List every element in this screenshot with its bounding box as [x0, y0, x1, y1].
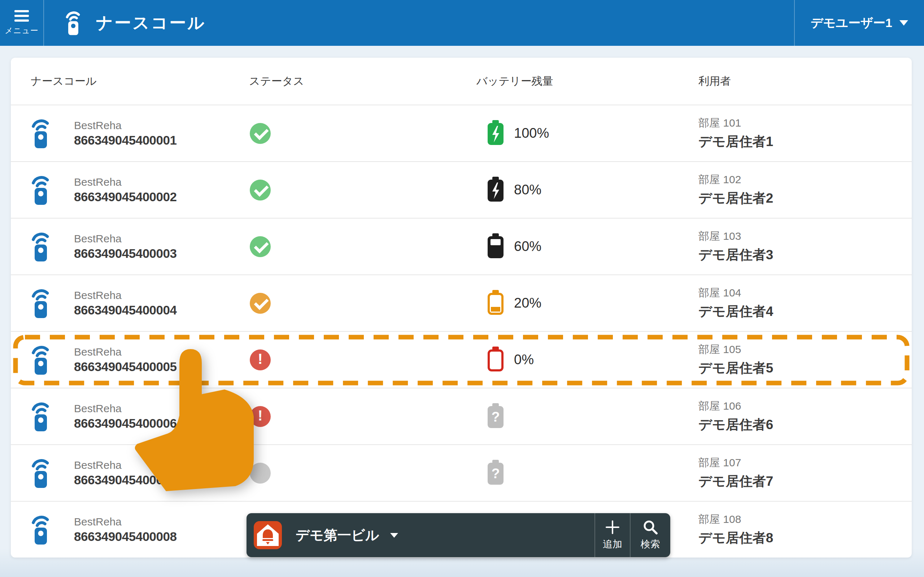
nursecall-device-icon: [31, 513, 51, 546]
resident-name: デモ居住者4: [698, 303, 912, 321]
table-row[interactable]: BestReha 866349045400001 100% 部屋 101 デモ居…: [11, 105, 912, 161]
user-cell: 部屋 108 デモ居住者8: [688, 512, 912, 547]
resident-name: デモ居住者8: [698, 529, 912, 547]
battery-cell: 0%: [465, 347, 688, 373]
room-number: 部屋 104: [698, 285, 912, 300]
battery-icon: [487, 177, 504, 203]
device-model: BestReha: [74, 346, 176, 358]
status-icon: [250, 293, 271, 314]
resident-name: デモ居住者7: [698, 472, 912, 490]
battery-cell: 80%: [465, 177, 688, 203]
status-icon: [250, 406, 271, 427]
user-cell: 部屋 106 デモ居住者6: [688, 399, 912, 434]
device-serial: 866349045400007: [74, 473, 176, 487]
status-cell: [239, 463, 465, 484]
building-selector[interactable]: デモ第一ビル: [247, 513, 594, 557]
user-cell: 部屋 107 デモ居住者7: [688, 456, 912, 490]
battery-icon: ?: [487, 403, 504, 430]
search-button[interactable]: 検索: [630, 513, 670, 557]
column-header-user: 利用者: [688, 74, 912, 89]
status-cell: [239, 180, 465, 200]
status-icon: [250, 180, 271, 200]
add-button[interactable]: 追加: [595, 513, 630, 557]
device-model: BestReha: [74, 516, 176, 528]
battery-cell: 60%: [465, 233, 688, 260]
room-number: 部屋 108: [698, 512, 912, 527]
device-cell: BestReha 866349045400006: [11, 400, 239, 433]
user-menu[interactable]: デモユーザー1: [794, 0, 924, 46]
device-serial: 866349045400001: [74, 133, 176, 148]
user-cell: 部屋 103 デモ居住者3: [688, 229, 912, 264]
chevron-down-icon: [900, 20, 908, 26]
status-cell: [239, 406, 465, 427]
room-number: 部屋 107: [698, 456, 912, 470]
hamburger-icon: [15, 10, 29, 22]
battery-cell: ?: [465, 460, 688, 487]
app-header: メニュー ナースコール デモユーザー1: [0, 0, 924, 46]
column-header-battery: バッテリー残量: [465, 74, 688, 89]
status-icon: [250, 123, 271, 144]
user-name: デモユーザー1: [811, 15, 892, 31]
table-row[interactable]: BestReha 866349045400002 80% 部屋 102 デモ居住…: [11, 161, 912, 218]
room-number: 部屋 103: [698, 229, 912, 244]
table-row[interactable]: BestReha 866349045400005 0% 部屋 105 デモ居住者…: [11, 331, 912, 388]
battery-percentage: 100%: [514, 126, 549, 141]
battery-cell: 20%: [465, 290, 688, 317]
nursecall-device-icon: [31, 117, 51, 150]
device-cell: BestReha 866349045400004: [11, 287, 239, 320]
resident-name: デモ居住者1: [698, 133, 912, 151]
room-number: 部屋 101: [698, 116, 912, 131]
user-cell: 部屋 104 デモ居住者4: [688, 285, 912, 321]
status-icon: [250, 463, 271, 484]
device-model: BestReha: [74, 289, 176, 301]
battery-percentage: 80%: [514, 182, 541, 198]
device-model: BestReha: [74, 119, 176, 132]
table-row[interactable]: BestReha 866349045400004 20% 部屋 104 デモ居住…: [11, 274, 912, 331]
status-cell: [239, 236, 465, 257]
room-number: 部屋 106: [698, 399, 912, 414]
device-model: BestReha: [74, 403, 176, 415]
status-cell: [239, 293, 465, 314]
battery-percentage: 0%: [514, 352, 534, 367]
building-name: デモ第一ビル: [296, 526, 380, 545]
menu-button[interactable]: メニュー: [0, 0, 44, 46]
table-header-row: ナースコール ステータス バッテリー残量 利用者: [11, 58, 912, 105]
nursecall-device-icon: [65, 9, 82, 37]
page-title: ナースコール: [96, 12, 206, 34]
device-cell: BestReha 866349045400001: [11, 117, 239, 150]
device-serial: 866349045400003: [74, 246, 176, 261]
table-row[interactable]: BestReha 866349045400007 ? 部屋 107 デモ居住者7: [11, 444, 912, 501]
user-cell: 部屋 101 デモ居住者1: [688, 116, 912, 151]
battery-icon: [487, 120, 504, 147]
table-row[interactable]: BestReha 866349045400003 60% 部屋 103 デモ居住…: [11, 218, 912, 274]
plus-icon: [605, 520, 620, 535]
device-model: BestReha: [74, 233, 176, 245]
resident-name: デモ居住者3: [698, 246, 912, 264]
table-row[interactable]: BestReha 866349045400006 ? 部屋 106 デモ居住者6: [11, 388, 912, 444]
column-header-status: ステータス: [239, 74, 465, 89]
building-bell-icon: [254, 521, 282, 549]
building-toolbar: デモ第一ビル 追加 検索: [247, 513, 670, 557]
device-cell: BestReha 866349045400003: [11, 230, 239, 263]
battery-icon: [487, 347, 504, 373]
status-icon: [250, 350, 271, 371]
device-serial: 866349045400006: [74, 416, 176, 430]
nursecall-device-icon: [31, 174, 51, 206]
nursecall-device-icon: [31, 287, 51, 320]
battery-percentage: 20%: [514, 295, 541, 311]
device-model: BestReha: [74, 459, 176, 471]
battery-cell: ?: [465, 403, 688, 430]
device-serial: 866349045400005: [74, 359, 176, 374]
device-cell: BestReha 866349045400007: [11, 456, 239, 490]
device-cell: BestReha 866349045400005: [11, 343, 239, 377]
user-cell: 部屋 105 デモ居住者5: [688, 342, 912, 377]
room-number: 部屋 105: [698, 342, 912, 357]
table-body: BestReha 866349045400001 100% 部屋 101 デモ居…: [11, 105, 912, 558]
status-icon: [250, 236, 271, 257]
battery-percentage: 60%: [514, 239, 541, 254]
status-cell: [239, 123, 465, 144]
resident-name: デモ居住者2: [698, 189, 912, 207]
device-serial: 866349045400004: [74, 303, 176, 318]
battery-icon: [487, 290, 504, 317]
svg-text:?: ?: [491, 409, 499, 424]
